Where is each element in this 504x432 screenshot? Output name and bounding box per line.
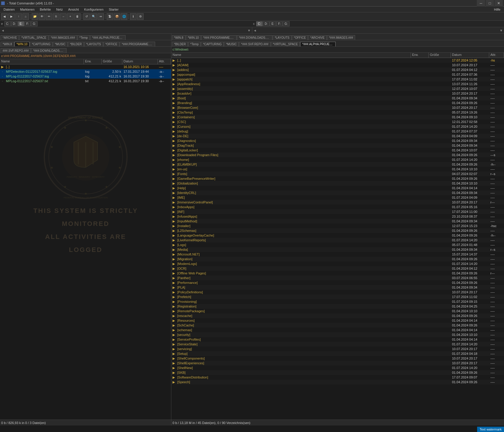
tb-up[interactable]: ↑ bbox=[15, 13, 22, 20]
right-file-row[interactable]: ▶ [Prefetch] 17.07.2024 11:02 ---- bbox=[171, 295, 504, 299]
right-file-row[interactable]: ▶ [Panther] 03.07.2024 06:55 ---- bbox=[171, 276, 504, 280]
right-file-list[interactable]: ▶ [..] 17.07.2024 12:05 -hs ▶ [ADAM] 10.… bbox=[171, 58, 504, 420]
tb-view[interactable]: 👁 bbox=[39, 13, 45, 20]
right-tab-win10[interactable]: *WIN.10 bbox=[186, 35, 201, 40]
right-header-ext[interactable]: Erw. bbox=[411, 53, 429, 58]
tb-ftp[interactable]: 🌐 bbox=[121, 13, 127, 20]
drive-d-right[interactable]: D: bbox=[263, 21, 269, 26]
menu-mark[interactable]: Markieren bbox=[18, 7, 37, 12]
left-file-list[interactable]: ▶ [..] 16.10.2021 10:16 ---- · MPDetecti… bbox=[0, 64, 171, 420]
right-header-name[interactable]: Name bbox=[171, 53, 411, 58]
tb-forward[interactable]: ▶ bbox=[8, 13, 15, 20]
menu-config[interactable]: Konfigurieren bbox=[82, 7, 106, 12]
right-file-row[interactable]: ▶ [security] 01.04.2024 10:10 ---- bbox=[171, 332, 504, 337]
tb-settings[interactable]: ⚙ bbox=[137, 13, 144, 20]
right-file-row[interactable]: ▶ [ShellExperiences] 10.07.2024 20:17 --… bbox=[171, 361, 504, 365]
right-file-row[interactable]: ▶ [de-DE] 01.04.2024 04:09 ---- bbox=[171, 134, 504, 138]
right-file-row[interactable]: ▶ [AppReadiness] 13.07.2024 11:26 ---- bbox=[171, 82, 504, 86]
left-tab-images[interactable]: *###.IMAGES.### bbox=[49, 35, 77, 40]
minimize-button[interactable]: ─ bbox=[477, 0, 485, 7]
right-tab-music[interactable]: *MUSIC bbox=[224, 42, 239, 46]
right-file-row[interactable]: ▶ [DiagTrack] 01.04.2024 09:34 ---- bbox=[171, 143, 504, 148]
right-tab-layouts[interactable]: *LAYOUTS bbox=[273, 35, 292, 40]
right-file-row[interactable]: ▶ [ehome] 01.07.2024 14:20 ---- bbox=[171, 157, 504, 162]
close-button[interactable]: ✕ bbox=[495, 0, 503, 7]
right-file-row[interactable]: ▶ [apppatch] 17.07.2024 11:02 ---- bbox=[171, 77, 504, 82]
right-file-row[interactable]: ▶ [servicing] 10.07.2024 20:17 ---- bbox=[171, 347, 504, 351]
left-header-attr[interactable]: Attr. bbox=[158, 59, 171, 64]
right-file-row[interactable]: ▶ [..] 17.07.2024 12:05 -hs bbox=[171, 58, 504, 63]
left-tab-capturing[interactable]: *CAPTURING bbox=[30, 42, 53, 46]
right-file-row[interactable]: ▶ [Offline Web Pages] 01.04.2024 09:26 r… bbox=[171, 271, 504, 276]
right-file-row[interactable]: ▶ [Media] 01.04.2024 09:34 r--s bbox=[171, 247, 504, 252]
right-file-row[interactable]: ▶ [Branding] 01.04.2024 09:26 ---- bbox=[171, 101, 504, 105]
left-header-name[interactable]: Name bbox=[0, 59, 84, 64]
left-tab-svf[interactable]: ###.SVF.REPO.### bbox=[1, 48, 31, 53]
left-tab-alpha[interactable]: *###.ALPHA.PROJECTS.### bbox=[90, 35, 126, 40]
right-file-row[interactable]: ▶ [debug] 01.07.2024 07:37 ---- bbox=[171, 129, 504, 134]
right-file-row[interactable]: ▶ [InputMethod] 01.04.2024 09:34 ---- bbox=[171, 219, 504, 224]
left-file-row[interactable]: ▶ [..] 16.10.2021 10:16 ---- bbox=[0, 64, 171, 69]
tb-unarchive[interactable]: 📦 bbox=[114, 13, 120, 20]
drive-g-right[interactable]: G: bbox=[283, 21, 290, 26]
drive-f-left[interactable]: F: bbox=[25, 21, 31, 26]
right-file-row[interactable]: ▶ [Resources] 01.04.2024 04:14 ---- bbox=[171, 318, 504, 323]
left-file-row[interactable]: · MPLog-01122017-025637.log log 412,21 k… bbox=[0, 74, 171, 79]
left-tab-layouts[interactable]: *LAYOUTS bbox=[84, 42, 103, 46]
left-tab-bilder[interactable]: *BILDER bbox=[68, 42, 84, 46]
tb-edit[interactable]: ✏ bbox=[46, 13, 52, 20]
right-file-row[interactable]: ▶ [Registration] 01.04.2024 04:25 ---- bbox=[171, 304, 504, 309]
left-path-input[interactable]: [storage*d*] 1,06 T frei von 1,81 T bbox=[6, 29, 246, 32]
right-tab-temp[interactable]: *Temp bbox=[188, 42, 201, 46]
drive-d-left[interactable]: D: bbox=[11, 21, 18, 26]
tb-mkdir[interactable]: + bbox=[67, 13, 74, 20]
tb-search[interactable]: 🔍 bbox=[90, 13, 97, 20]
tb-archive[interactable]: 🗜 bbox=[107, 13, 113, 20]
right-tab-bilder[interactable]: *BILDER bbox=[172, 42, 188, 46]
tb-back[interactable]: ◀ bbox=[1, 13, 8, 20]
right-tab-programme[interactable]: *###.PROGRAMME.### bbox=[201, 35, 237, 40]
menu-network[interactable]: Netz bbox=[54, 7, 65, 12]
right-file-row[interactable]: ▶ [L2Schemas] 01.04.2024 09:26 ---- bbox=[171, 228, 504, 233]
right-file-row[interactable]: ▶ [Microsoft.NET] 15.07.2024 14:37 ---- bbox=[171, 252, 504, 257]
left-file-row[interactable]: · MPDetection-01122017-025637.log log 2,… bbox=[0, 69, 171, 74]
right-file-row[interactable]: ▶ [SchCache] 01.04.2024 09:26 ---- bbox=[171, 323, 504, 328]
right-file-row[interactable]: ▶ [Fonts] 04.07.2024 02:07 r--s bbox=[171, 171, 504, 176]
right-file-row[interactable]: ▶ [ModemLogs] 01.07.2024 14:20 ---- bbox=[171, 261, 504, 266]
right-file-row[interactable]: ▶ [Provisioning] 01.07.2024 09:15 ---- bbox=[171, 299, 504, 304]
left-file-row[interactable]: · MPLog-01122017-025637.txt txt 412,21 k… bbox=[0, 79, 171, 83]
left-tab-win10[interactable]: *WIN.10 bbox=[14, 42, 30, 46]
right-file-row[interactable]: ▶ [Downloaded Program Files] 01.04.2024 … bbox=[171, 153, 504, 157]
left-tab-programme[interactable]: *###.PROGRAMME.### bbox=[120, 42, 155, 46]
drive-e-left[interactable]: E: bbox=[18, 21, 24, 26]
right-tab-capturing[interactable]: *CAPTURING bbox=[201, 42, 224, 46]
right-file-row[interactable]: ▶ [schemas] 01.04.2024 04:14 ---- bbox=[171, 328, 504, 332]
menu-starter[interactable]: Starter bbox=[106, 7, 121, 12]
left-tab-virtual[interactable]: *VIRTUAL_SPACE bbox=[19, 35, 48, 40]
right-header-size[interactable]: Größe bbox=[429, 53, 451, 58]
right-file-row[interactable]: ▶ [bcastdvr] 10.07.2024 20:17 ---- bbox=[171, 91, 504, 96]
drive-g-left[interactable]: G: bbox=[31, 21, 38, 26]
right-file-row[interactable]: ▶ [CSC] 12.01.2017 02:58 ---- bbox=[171, 119, 504, 124]
right-file-row[interactable]: ▶ [ServiceProfiles] 01.04.2024 04:14 ---… bbox=[171, 337, 504, 342]
right-file-row[interactable]: ▶ [InfusedApps] 23.10.2018 08:37 ---- bbox=[171, 214, 504, 219]
drive-f-right[interactable]: F: bbox=[276, 21, 282, 26]
right-file-row[interactable]: ▶ [Logs] 05.07.2024 01:48 ---- bbox=[171, 242, 504, 247]
right-file-row[interactable]: ▶ [ADAM] 10.07.2024 20:17 ---- bbox=[171, 63, 504, 67]
right-file-row[interactable]: ▶ [ServiceState] 01.07.2024 14:20 ---- bbox=[171, 342, 504, 347]
right-file-row[interactable]: ▶ [Speech] 01.04.2024 09:26 ---- bbox=[171, 380, 504, 384]
right-file-row[interactable]: ▶ [ShellNew] 01.07.2024 14:20 ---- bbox=[171, 365, 504, 370]
right-tab-virtual[interactable]: *VIRTUAL_SPACE bbox=[271, 42, 300, 46]
left-header-ext[interactable]: Erw. bbox=[84, 59, 102, 64]
tb-copy[interactable]: ⎘ bbox=[53, 13, 59, 20]
right-file-row[interactable]: ▶ [Setup] 01.07.2024 04:18 ---- bbox=[171, 351, 504, 356]
right-file-row[interactable]: ▶ [SKB] 01.04.2024 09:26 ---- bbox=[171, 370, 504, 375]
menu-view[interactable]: Ansicht bbox=[66, 7, 81, 12]
right-file-row[interactable]: ▶ [appcompat] 01.07.2024 07:36 ---- bbox=[171, 72, 504, 77]
right-file-row[interactable]: ▶ [RemotePackages] 01.04.2024 10:10 ---- bbox=[171, 309, 504, 313]
drive-c-left[interactable]: C: bbox=[4, 21, 11, 26]
right-file-row[interactable]: ▶ [BrowserCore] 10.07.2024 20:17 ---- bbox=[171, 105, 504, 110]
right-file-row[interactable]: ▶ [LanguageOverlayCache] 01.04.2024 09:2… bbox=[171, 233, 504, 238]
right-file-row[interactable]: ▶ [ELAMBKUP] 01.04.2024 09:26 -h-- bbox=[171, 162, 504, 167]
right-tab-win8[interactable]: *WIN.8 bbox=[172, 35, 186, 40]
